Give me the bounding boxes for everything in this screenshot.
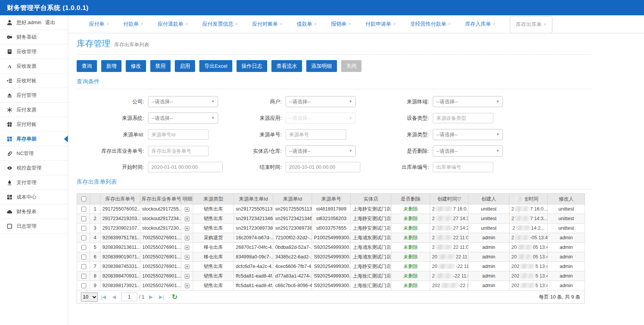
table-row[interactable]: 69208399019071...1002550276901...+移仓出库83… <box>77 252 585 262</box>
tab-item[interactable]: 库存入库单× <box>465 21 496 28</box>
tab-close-icon[interactable]: × <box>493 21 496 27</box>
row-checkbox[interactable] <box>81 264 86 269</box>
sidebar-item-receivable-invoice[interactable]: A应收发票 <box>0 59 68 73</box>
sidebar-item-tax-disk-mgmt[interactable]: 税控盘管理 <box>0 161 68 175</box>
refresh-icon[interactable]: ↻ <box>172 293 177 301</box>
source-terminal-select[interactable]: --请选择-- <box>433 96 503 107</box>
tab-item[interactable]: 报销单× <box>331 21 352 28</box>
table-row[interactable]: 22917234219203...stockout2917234...+销售出库… <box>77 214 585 224</box>
merchant-select[interactable]: --请选择-- <box>286 96 356 107</box>
disable-button[interactable]: 禁用 <box>150 60 171 72</box>
tab-close-icon[interactable]: × <box>544 22 546 27</box>
source-type-select[interactable]: --请选择-- <box>433 129 503 140</box>
add-detail-button[interactable]: 添加明细 <box>306 60 337 72</box>
row-checkbox[interactable] <box>81 207 86 212</box>
row-checkbox[interactable] <box>81 226 86 231</box>
page-size-select[interactable]: 10 <box>81 292 98 302</box>
table-row[interactable]: 89208398470931...1002550276901...+销售出库ff… <box>77 271 585 281</box>
sidebar-item-cost-center[interactable]: 成本中心 <box>0 190 68 204</box>
edit-button[interactable]: 修改 <box>126 60 146 72</box>
tab-item[interactable]: 付款申请单× <box>365 21 396 28</box>
sidebar-item-finance-basic[interactable]: 财务基础 <box>0 30 68 44</box>
sidebar-item-nc-mgmt[interactable]: NC管理 <box>0 146 68 161</box>
expand-detail-icon[interactable]: + <box>185 255 189 260</box>
page-number-input[interactable] <box>121 292 137 301</box>
sidebar-item-payable-invoice[interactable]: 应付发票 <box>0 103 68 117</box>
end-time-input[interactable] <box>286 162 360 172</box>
source-system-select[interactable]: --请选择-- <box>148 113 218 124</box>
table-row[interactable]: 79208398745331...1002550276901...+销售出库dc… <box>77 262 585 271</box>
expand-detail-icon[interactable]: + <box>185 236 189 240</box>
sidebar-item-finance-report[interactable]: 财务报表 <box>0 204 68 219</box>
row-checkbox[interactable] <box>81 216 86 221</box>
tab-item[interactable]: 付款单× <box>123 21 144 28</box>
export-excel-button[interactable]: 导出Excel <box>199 60 232 72</box>
tab-item[interactable]: 库存出库单× <box>510 16 553 33</box>
is-deleted-select[interactable]: --请选择-- <box>433 145 503 157</box>
enable-button[interactable]: 启用 <box>175 60 195 72</box>
table-row[interactable]: 59208399213611...1002550276901...+移仓出库26… <box>77 243 585 252</box>
tab-item[interactable]: 应付发票信息× <box>202 21 238 28</box>
tab-item[interactable]: 应付退款单× <box>158 21 188 28</box>
expand-detail-icon[interactable]: + <box>185 265 189 269</box>
next-page-button[interactable]: ▶ <box>149 294 153 300</box>
outbound-no-input[interactable] <box>433 162 493 172</box>
expand-detail-icon[interactable]: + <box>185 217 189 221</box>
tab-close-icon[interactable]: × <box>314 21 317 27</box>
close-button[interactable]: 关闭 <box>341 60 361 72</box>
query-button[interactable]: 查询 <box>77 60 97 72</box>
expand-detail-icon[interactable]: + <box>185 274 189 279</box>
sidebar-item-receivable-mgmt[interactable]: 应收管理 <box>0 44 68 59</box>
expand-detail-icon[interactable]: + <box>185 207 189 212</box>
row-checkbox[interactable] <box>81 245 86 250</box>
tab-close-icon[interactable]: × <box>107 21 109 27</box>
table-row[interactable]: 49208399751781...7002550276901...+采购退货16… <box>77 233 585 243</box>
column-header-store: 实体店 <box>351 194 391 204</box>
last-page-button[interactable]: ▶| <box>159 294 164 300</box>
logout-link[interactable]: 退出 <box>45 19 55 26</box>
source-no-input[interactable] <box>286 129 346 140</box>
tab-item[interactable]: 借款单× <box>297 21 317 28</box>
tab-close-icon[interactable]: × <box>235 21 238 27</box>
row-checkbox[interactable] <box>81 255 86 260</box>
sidebar-item-payment-mgmt[interactable]: 支付管理 <box>0 175 68 190</box>
sidebar-item-payable-recon[interactable]: 应付对账 <box>0 117 68 132</box>
row-checkbox[interactable] <box>81 283 86 288</box>
company-select[interactable]: --请选择-- <box>148 96 218 107</box>
tab-close-icon[interactable]: × <box>186 21 188 27</box>
prev-page-button[interactable]: ◀ <box>112 294 116 300</box>
table-row[interactable]: 99208398173921...1002550276901...+销售出库ff… <box>77 281 585 291</box>
source-id-input[interactable] <box>148 129 209 140</box>
start-time-input[interactable] <box>148 162 223 172</box>
select-all-checkbox[interactable] <box>81 196 86 201</box>
expand-detail-icon[interactable]: + <box>185 245 189 250</box>
tab-close-icon[interactable]: × <box>348 21 351 27</box>
tab-item[interactable]: 应付对账单× <box>252 21 283 28</box>
first-page-button[interactable]: |◀ <box>101 294 106 300</box>
add-button[interactable]: 新增 <box>101 60 122 72</box>
tab-close-icon[interactable]: × <box>280 21 283 27</box>
expand-detail-icon[interactable]: + <box>185 226 189 231</box>
store-warehouse-select[interactable]: --请选择-- <box>286 145 356 157</box>
tab-close-icon[interactable]: × <box>141 21 143 27</box>
column-header-created[interactable]: 创建时间▽ <box>430 194 468 204</box>
source-app-select[interactable]: --请选择-- <box>286 113 356 124</box>
table-row[interactable]: 12917255076002...stockout2917255...+销售出库… <box>77 204 585 214</box>
row-checkbox[interactable] <box>81 235 86 240</box>
tab-close-icon[interactable]: × <box>393 21 396 27</box>
business-no-input[interactable] <box>148 146 209 156</box>
sidebar-item-log-mgmt[interactable]: 日志管理 <box>0 219 68 234</box>
sidebar-item-payable-mgmt[interactable]: 应付管理 <box>0 88 68 103</box>
tab-close-icon[interactable]: × <box>448 21 451 27</box>
sidebar-item-inventory-docs[interactable]: 库存单据 <box>0 132 68 146</box>
row-checkbox[interactable] <box>81 274 86 279</box>
operation-log-button[interactable]: 操作日志 <box>237 60 267 72</box>
view-flow-button[interactable]: 查看流水 <box>271 60 302 72</box>
expand-detail-icon[interactable]: + <box>185 284 189 288</box>
tab-item[interactable]: 应付单× <box>89 21 109 28</box>
tab-item[interactable]: 非经营性付款单× <box>410 21 451 28</box>
sidebar-item-receivable-recon[interactable]: 应收对账 <box>0 73 68 88</box>
table-row[interactable]: 32917230902107...stockout2917230...+销售出库… <box>77 224 585 233</box>
cell-created: 222 11:0... <box>430 243 468 252</box>
device-type-input[interactable] <box>433 113 493 123</box>
